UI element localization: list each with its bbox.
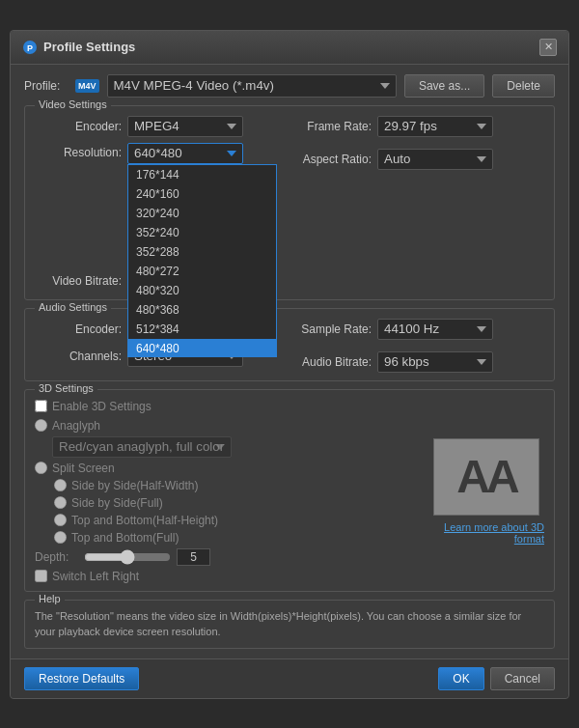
frame-rate-select[interactable]: 29.97 fps [377, 116, 493, 137]
side-by-side-full-radio[interactable] [54, 496, 67, 509]
resolution-option-selected[interactable]: 640*480 [128, 339, 276, 357]
side-by-side-half-row: Side by Side(Half-Width) [54, 479, 428, 492]
sample-rate-row: Sample Rate: 44100 Hz [294, 319, 544, 340]
split-screen-radio[interactable] [35, 462, 47, 474]
aspect-ratio-select[interactable]: Auto [377, 149, 493, 170]
audio-settings-title: Audio Settings [35, 301, 111, 313]
enable-3d-label: Enable 3D Settings [52, 400, 152, 413]
delete-button[interactable]: Delete [492, 74, 555, 98]
resolution-option[interactable]: 352*288 [128, 242, 276, 262]
anaglyph-type-row: Red/cyan anaglyph, full color [52, 436, 428, 458]
enable-3d-checkbox[interactable] [35, 400, 47, 412]
video-bitrate-label: Video Bitrate: [35, 274, 122, 288]
footer: Restore Defaults OK Cancel [11, 658, 568, 698]
resolution-select[interactable]: 640*480 [127, 143, 243, 164]
depth-row: Depth: [35, 548, 428, 566]
footer-right: OK Cancel [438, 667, 555, 690]
restore-defaults-button[interactable]: Restore Defaults [24, 667, 139, 690]
frame-rate-row: Frame Rate: 29.97 fps [294, 116, 544, 137]
split-screen-label: Split Screen [52, 462, 115, 475]
top-bottom-half-row: Top and Bottom(Half-Height) [54, 514, 428, 527]
close-button[interactable]: ✕ [539, 39, 557, 56]
resolution-option[interactable]: 480*272 [128, 262, 276, 281]
3d-preview-area: AA Learn more about 3D format [428, 438, 544, 545]
audio-right-col: Sample Rate: 44100 Hz Audio Bitrate: 96 … [285, 319, 544, 373]
depth-slider[interactable] [84, 549, 171, 565]
split-screen-row: Split Screen [35, 462, 428, 475]
anaglyph-row: Anaglyph [35, 419, 428, 433]
video-right-col: Frame Rate: 29.97 fps Aspect Ratio: Auto [285, 116, 544, 170]
3d-settings-inner: Enable 3D Settings Anaglyph Red/cyan ana… [35, 400, 544, 583]
sample-rate-select[interactable]: 44100 Hz [377, 319, 493, 340]
3d-left-col: Enable 3D Settings Anaglyph Red/cyan ana… [35, 400, 428, 583]
encoder-row: Encoder: MPEG4 [35, 116, 285, 137]
audio-encoder-label: Encoder: [35, 322, 122, 336]
resolution-option[interactable]: 352*240 [128, 223, 276, 242]
side-by-side-full-label: Side by Side(Full) [71, 496, 163, 510]
resolution-option[interactable]: 512*384 [128, 320, 276, 339]
encoder-label: Encoder: [35, 120, 122, 133]
switch-lr-checkbox[interactable] [35, 570, 47, 582]
audio-bitrate-select[interactable]: 96 kbps [377, 351, 493, 373]
learn-more-link[interactable]: Learn more about 3D format [428, 521, 544, 545]
profile-icon: M4V [75, 79, 99, 93]
preview-text: AA [456, 450, 515, 503]
top-bottom-full-row: Top and Bottom(Full) [54, 531, 428, 545]
svg-text:P: P [27, 43, 33, 53]
depth-input[interactable] [177, 548, 210, 566]
title-bar: P Profile Settings ✕ [11, 31, 568, 65]
profile-row: Profile: M4V M4V MPEG-4 Video (*.m4v) Sa… [24, 74, 555, 98]
side-by-side-half-label: Side by Side(Half-Width) [71, 479, 198, 492]
top-bottom-half-label: Top and Bottom(Half-Height) [71, 514, 218, 527]
help-text: The "Resolution" means the video size in… [35, 608, 544, 640]
resolution-dropdown-list: 176*144 240*160 320*240 352*240 352*288 … [127, 164, 277, 357]
3d-right-col: AA Learn more about 3D format [428, 400, 544, 583]
resolution-option[interactable]: 480*368 [128, 300, 276, 320]
video-settings-title: Video Settings [35, 98, 111, 110]
resolution-dropdown-container: 640*480 176*144 240*160 320*240 352*240 … [127, 143, 243, 164]
dialog: P Profile Settings ✕ Profile: M4V M4V MP… [10, 30, 569, 699]
anaglyph-label: Anaglyph [52, 419, 100, 433]
video-settings-cols: Encoder: MPEG4 Resolution: 640*480 [35, 116, 544, 292]
ok-button[interactable]: OK [438, 667, 483, 690]
encoder-select[interactable]: MPEG4 [127, 116, 243, 137]
depth-label: Depth: [35, 550, 78, 564]
3d-preview-box: AA [433, 438, 539, 516]
resolution-row: Resolution: 640*480 176*144 240*160 320*… [35, 143, 285, 164]
sample-rate-label: Sample Rate: [294, 322, 372, 336]
3d-settings-title: 3D Settings [35, 382, 97, 394]
channels-label: Channels: [35, 350, 122, 363]
anaglyph-type-select: Red/cyan anaglyph, full color [52, 436, 232, 458]
side-by-side-half-radio[interactable] [54, 479, 67, 491]
save-as-button[interactable]: Save as... [404, 74, 484, 98]
3d-settings-section: 3D Settings Enable 3D Settings Anaglyph … [24, 389, 555, 592]
top-bottom-half-radio[interactable] [54, 514, 67, 526]
video-left-col: Encoder: MPEG4 Resolution: 640*480 [35, 116, 285, 292]
resolution-option[interactable]: 176*144 [128, 165, 276, 184]
resolution-option[interactable]: 480*320 [128, 281, 276, 300]
profile-select[interactable]: M4V MPEG-4 Video (*.m4v) [107, 74, 397, 98]
top-bottom-full-label: Top and Bottom(Full) [71, 531, 179, 545]
top-bottom-full-radio[interactable] [54, 531, 67, 544]
side-by-side-full-row: Side by Side(Full) [54, 496, 428, 510]
help-title: Help [35, 593, 65, 604]
aspect-ratio-label: Aspect Ratio: [294, 153, 372, 166]
video-settings-section: Video Settings Encoder: MPEG4 Res [24, 105, 555, 300]
frame-rate-label: Frame Rate: [294, 120, 372, 133]
aspect-ratio-row: Aspect Ratio: Auto [294, 149, 544, 170]
resolution-option[interactable]: 240*160 [128, 184, 276, 204]
switch-lr-row: Switch Left Right [35, 570, 428, 583]
dialog-body: Profile: M4V M4V MPEG-4 Video (*.m4v) Sa… [11, 65, 568, 658]
anaglyph-radio[interactable] [35, 419, 47, 432]
resolution-option[interactable]: 320*240 [128, 204, 276, 223]
switch-lr-label: Switch Left Right [52, 570, 139, 583]
enable-3d-row: Enable 3D Settings [35, 400, 428, 413]
audio-settings-section: Audio Settings Encoder: AAC Channels: St… [24, 308, 555, 381]
audio-bitrate-row: Audio Bitrate: 96 kbps [294, 351, 544, 373]
cancel-button[interactable]: Cancel [490, 667, 555, 690]
audio-bitrate-label: Audio Bitrate: [294, 355, 372, 369]
profile-label: Profile: [24, 79, 68, 93]
help-section: Help The "Resolution" means the video si… [24, 600, 555, 649]
title-bar-left: P Profile Settings [22, 40, 135, 55]
dialog-title: Profile Settings [43, 40, 135, 54]
